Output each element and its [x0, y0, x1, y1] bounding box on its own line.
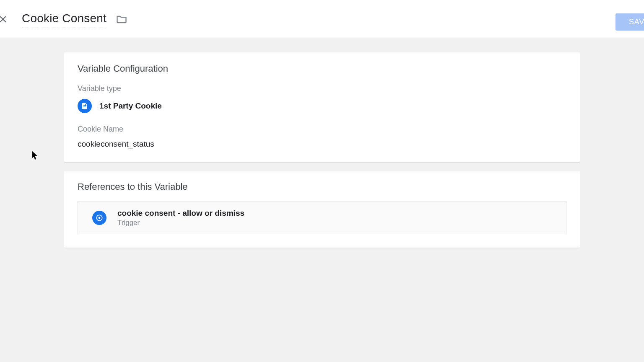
folder-icon	[116, 13, 127, 25]
cookie-variable-icon	[78, 99, 92, 113]
cookie-name-label: Cookie Name	[78, 125, 566, 134]
header-bar: Cookie Consent SAVE	[0, 0, 644, 39]
variable-config-title: Variable Configuration	[78, 63, 566, 74]
page-title[interactable]: Cookie Consent	[22, 12, 106, 27]
folder-button[interactable]	[116, 13, 127, 25]
reference-type: Trigger	[117, 219, 244, 227]
reference-text: cookie consent - allow or dismiss Trigge…	[117, 209, 244, 227]
variable-type-name: 1st Party Cookie	[99, 101, 162, 111]
svg-point-1	[99, 217, 101, 219]
close-icon	[0, 14, 8, 25]
save-button[interactable]: SAVE	[615, 13, 644, 31]
variable-config-card[interactable]: Variable Configuration Variable type 1st…	[64, 52, 580, 162]
variable-type-label: Variable type	[78, 84, 566, 93]
trigger-icon	[92, 211, 106, 225]
content-area: Variable Configuration Variable type 1st…	[0, 39, 644, 248]
variable-type-row: 1st Party Cookie	[78, 99, 566, 113]
reference-row[interactable]: cookie consent - allow or dismiss Trigge…	[78, 202, 566, 234]
close-button[interactable]	[0, 14, 10, 25]
cookie-name-value: cookieconsent_status	[78, 140, 566, 149]
reference-name: cookie consent - allow or dismiss	[117, 209, 244, 218]
references-title: References to this Variable	[78, 181, 566, 192]
references-card: References to this Variable cookie conse…	[64, 171, 580, 248]
